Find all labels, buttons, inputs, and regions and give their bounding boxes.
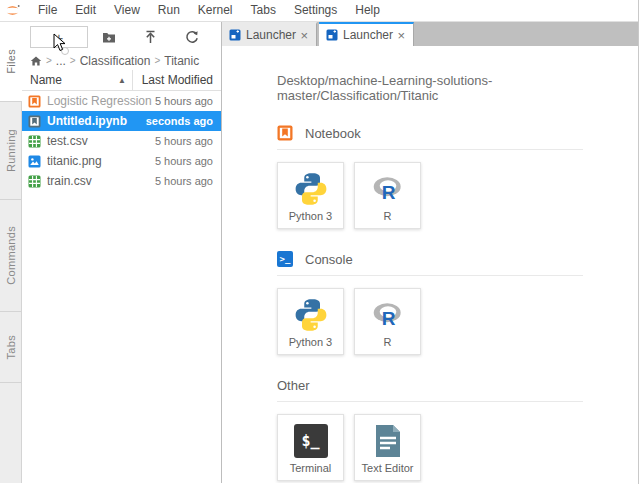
- console-icon: >_: [277, 251, 293, 267]
- menu-run[interactable]: Run: [149, 0, 189, 21]
- launcher-tab-icon: [326, 29, 338, 41]
- svg-text:R: R: [381, 308, 395, 329]
- upload-button[interactable]: [130, 26, 172, 48]
- notebook-file-icon: [28, 95, 41, 108]
- breadcrumb-ellipsis[interactable]: ...: [56, 54, 66, 68]
- card-label: R: [384, 336, 392, 354]
- file-name: Untitled.ipynb: [47, 114, 146, 128]
- sidebar-filler: [0, 383, 21, 483]
- menu-file[interactable]: File: [29, 0, 66, 21]
- image-file-icon: [28, 155, 41, 168]
- file-modified: seconds ago: [146, 115, 213, 127]
- plus-icon: +: [55, 29, 64, 46]
- jupyter-logo-icon: [4, 3, 21, 18]
- python-logo-icon: [293, 297, 329, 333]
- breadcrumb: > ... > Classification > Titanic: [22, 51, 221, 70]
- sidebar-tab-files[interactable]: Files: [0, 22, 22, 102]
- launcher-card-console-python3[interactable]: Python 3: [277, 288, 344, 355]
- section-header-console: >_ Console: [277, 250, 638, 268]
- column-name-label: Name: [30, 73, 62, 87]
- section-title: Console: [305, 252, 353, 267]
- file-row-logistic-regression[interactable]: Logistic Regression on ... 5 hours ago: [22, 91, 221, 111]
- sidebar-tab-commands-label: Commands: [5, 226, 17, 285]
- menu-view[interactable]: View: [105, 0, 149, 21]
- sidebar-tab-commands[interactable]: Commands: [0, 200, 21, 312]
- column-modified-label: Last Modified: [142, 73, 213, 87]
- r-logo-icon: R: [369, 173, 407, 205]
- sidebar-tab-files-label: Files: [5, 49, 17, 74]
- close-icon[interactable]: ×: [299, 29, 309, 42]
- dock-tab-bar: Launcher × Launcher ×: [222, 22, 638, 46]
- menu-edit[interactable]: Edit: [66, 0, 105, 21]
- notebook-icon: [277, 125, 293, 141]
- card-label: Text Editor: [362, 462, 414, 480]
- file-row-test-csv[interactable]: test.csv 5 hours ago: [22, 131, 221, 151]
- menu-kernel[interactable]: Kernel: [189, 0, 242, 21]
- menu-settings[interactable]: Settings: [285, 0, 346, 21]
- breadcrumb-separator: >: [46, 55, 52, 66]
- launcher-card-console-r[interactable]: R R: [354, 288, 421, 355]
- notebook-file-icon: [28, 115, 41, 128]
- launcher-card-terminal[interactable]: $_ Terminal: [277, 414, 344, 481]
- card-label: R: [384, 210, 392, 228]
- svg-text:R: R: [381, 182, 395, 203]
- sidebar-tab-tabs[interactable]: Tabs: [0, 312, 21, 383]
- file-browser-toolbar: +: [22, 22, 221, 51]
- tab-label: Launcher: [246, 28, 299, 42]
- breadcrumb-classification[interactable]: Classification: [80, 54, 151, 68]
- sidebar-tab-running-label: Running: [5, 129, 17, 172]
- section-divider: [277, 401, 583, 402]
- new-folder-button[interactable]: [88, 26, 130, 48]
- file-modified: 5 hours ago: [155, 95, 213, 107]
- menubar: File Edit View Run Kernel Tabs Settings …: [0, 0, 638, 22]
- file-modified: 5 hours ago: [155, 175, 213, 187]
- file-name: titanic.png: [47, 154, 155, 168]
- close-icon[interactable]: ×: [396, 29, 406, 42]
- column-header-modified[interactable]: Last Modified: [133, 73, 213, 87]
- file-modified: 5 hours ago: [155, 135, 213, 147]
- launcher-panel: Desktop/machine-Learning-solutions-maste…: [222, 46, 638, 483]
- spreadsheet-file-icon: [28, 135, 41, 148]
- file-name: test.csv: [47, 134, 155, 148]
- file-row-titanic-png[interactable]: titanic.png 5 hours ago: [22, 151, 221, 171]
- file-modified: 5 hours ago: [155, 155, 213, 167]
- launcher-card-notebook-r[interactable]: R R: [354, 162, 421, 229]
- file-row-untitled-ipynb[interactable]: Untitled.ipynb seconds ago: [22, 111, 221, 131]
- r-logo-icon: R: [369, 299, 407, 331]
- section-title: Notebook: [305, 126, 361, 141]
- sidebar-tab-tabs-label: Tabs: [5, 335, 17, 359]
- python-logo-icon: [293, 171, 329, 207]
- launcher-card-notebook-python3[interactable]: Python 3: [277, 162, 344, 229]
- left-sidebar: Files Running Commands Tabs: [0, 22, 22, 483]
- file-name: train.csv: [47, 174, 155, 188]
- file-browser: +: [22, 22, 222, 483]
- launcher-card-text-editor[interactable]: Text Editor: [354, 414, 421, 481]
- new-folder-icon: [102, 31, 116, 44]
- breadcrumb-separator: >: [70, 55, 76, 66]
- section-title: Other: [277, 378, 310, 393]
- new-launcher-button[interactable]: +: [30, 26, 88, 48]
- menu-help[interactable]: Help: [346, 0, 389, 21]
- menu-tabs[interactable]: Tabs: [242, 0, 285, 21]
- sidebar-tab-running[interactable]: Running: [0, 102, 21, 200]
- console-cards: Python 3 R R: [277, 288, 638, 355]
- tab-launcher-1[interactable]: Launcher ×: [222, 22, 317, 46]
- refresh-icon: [185, 30, 199, 44]
- home-icon[interactable]: [30, 55, 42, 67]
- tab-launcher-2[interactable]: Launcher ×: [319, 22, 414, 46]
- launcher-current-path: Desktop/machine-Learning-solutions-maste…: [277, 73, 638, 103]
- refresh-button[interactable]: [171, 26, 213, 48]
- breadcrumb-titanic[interactable]: Titanic: [164, 54, 199, 68]
- file-row-train-csv[interactable]: train.csv 5 hours ago: [22, 171, 221, 191]
- card-label: Python 3: [289, 336, 332, 354]
- column-header-name[interactable]: Name ▲: [30, 70, 133, 90]
- notebook-cards: Python 3 R R: [277, 162, 638, 229]
- spreadsheet-file-icon: [28, 175, 41, 188]
- sort-ascending-icon: ▲: [118, 76, 126, 85]
- launcher-tab-icon: [229, 29, 241, 41]
- section-divider: [277, 149, 583, 150]
- main-dock-panel: Launcher × Launcher × Desktop/machine-Le…: [222, 22, 638, 483]
- other-cards: $_ Terminal Text Editor: [277, 414, 638, 481]
- upload-icon: [144, 30, 157, 44]
- section-header-notebook: Notebook: [277, 124, 638, 142]
